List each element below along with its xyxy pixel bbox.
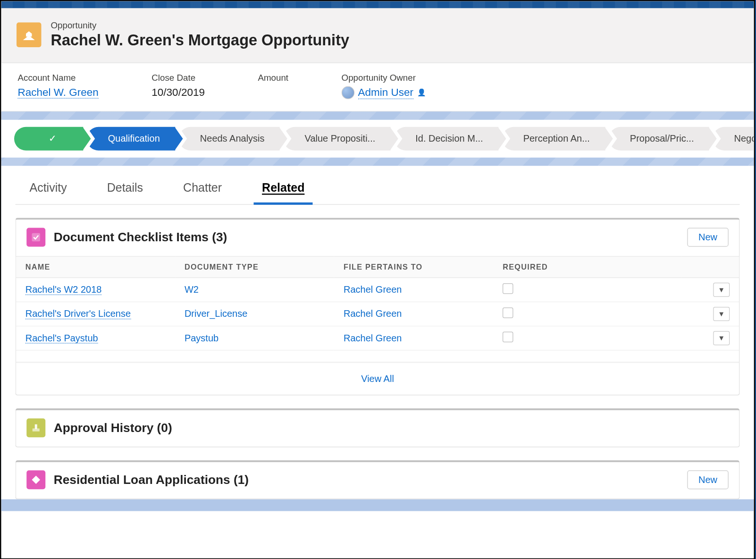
close-date-label: Close Date [151, 73, 205, 83]
sales-path: ✓ Qualification Needs Analysis Value Pro… [1, 120, 754, 158]
required-checkbox[interactable] [503, 283, 513, 294]
approval-title: Approval History (0) [54, 421, 172, 435]
document-checklist-card: Document Checklist Items (3) New NAME DO… [16, 218, 740, 395]
account-name-link[interactable]: Rachel W. Green [18, 86, 99, 99]
record-header: Opportunity Rachel W. Green's Mortgage O… [1, 8, 754, 63]
view-all-link[interactable]: View All [16, 363, 739, 395]
path-stage-id-decision[interactable]: Id. Decision M... [394, 127, 498, 151]
svg-rect-2 [35, 424, 37, 429]
row-menu-button[interactable]: ▼ [713, 331, 730, 345]
svg-rect-3 [32, 475, 40, 484]
table-row: Rachel's Driver's License Driver_License… [16, 302, 739, 326]
row-name-link[interactable]: Rachel's Paystub [25, 333, 98, 344]
path-stage-qualification[interactable]: Qualification [87, 127, 176, 151]
approval-history-card: Approval History (0) [16, 408, 740, 448]
page-title: Rachel W. Green's Mortgage Opportunity [51, 31, 350, 50]
owner-link[interactable]: Admin User [358, 86, 414, 100]
new-loan-app-button[interactable]: New [687, 470, 729, 489]
path-stage-needs-analysis[interactable]: Needs Analysis [179, 127, 280, 151]
checklist-title: Document Checklist Items (3) [54, 230, 227, 245]
path-stage-complete[interactable]: ✓ [14, 127, 83, 151]
avatar [342, 86, 355, 100]
loan-app-title: Residential Loan Applications (1) [54, 473, 249, 487]
row-name-link[interactable]: Rachel's W2 2018 [25, 285, 102, 296]
checklist-table: NAME DOCUMENT TYPE FILE PERTAINS TO REQU… [16, 256, 739, 363]
chevron-down-icon: ▼ [718, 286, 725, 294]
chevron-down-icon: ▼ [718, 334, 725, 343]
col-document-type: DOCUMENT TYPE [175, 256, 334, 278]
required-checkbox[interactable] [503, 332, 513, 343]
loan-app-icon [26, 470, 45, 489]
required-checkbox[interactable] [503, 307, 513, 318]
path-stage-negotiation[interactable]: Nego [713, 127, 754, 151]
row-type-link[interactable]: Paystub [185, 333, 218, 343]
record-tabs: Activity Details Chatter Related [16, 166, 740, 205]
path-stage-perception[interactable]: Perception An... [502, 127, 605, 151]
checklist-icon [26, 228, 45, 247]
row-pertains-link[interactable]: Rachel Green [344, 333, 402, 343]
tab-activity[interactable]: Activity [27, 178, 69, 204]
table-row: Rachel's W2 2018 W2 Rachel Green ▼ [16, 278, 739, 302]
tab-details[interactable]: Details [105, 178, 145, 204]
tab-related[interactable]: Related [260, 178, 307, 204]
path-stage-proposal[interactable]: Proposal/Pric... [609, 127, 709, 151]
svg-rect-0 [32, 233, 41, 242]
row-menu-button[interactable]: ▼ [713, 283, 730, 297]
app-topbar [1, 1, 754, 8]
new-checklist-button[interactable]: New [687, 228, 729, 247]
row-pertains-link[interactable]: Rachel Green [344, 285, 402, 295]
col-file-pertains-to: FILE PERTAINS TO [334, 256, 493, 278]
owner-label: Opportunity Owner [342, 73, 426, 83]
account-name-label: Account Name [18, 73, 99, 83]
table-row: Rachel's Paystub Paystub Rachel Green ▼ [16, 326, 739, 350]
row-name-link[interactable]: Rachel's Driver's License [25, 309, 131, 320]
highlights-panel: Account Name Rachel W. Green Close Date … [1, 63, 754, 112]
row-type-link[interactable]: W2 [185, 285, 199, 295]
close-date-value: 10/30/2019 [151, 86, 205, 99]
opportunity-icon [17, 23, 42, 48]
col-name: NAME [16, 256, 175, 278]
col-required: REQUIRED [493, 256, 681, 278]
path-stage-value-proposition[interactable]: Value Propositi... [284, 127, 391, 151]
change-owner-icon[interactable]: 👤 [417, 89, 426, 97]
check-icon: ✓ [49, 134, 56, 144]
approval-icon [26, 418, 45, 437]
tab-chatter[interactable]: Chatter [181, 178, 224, 204]
row-menu-button[interactable]: ▼ [713, 307, 730, 321]
row-type-link[interactable]: Driver_License [185, 309, 247, 319]
amount-label: Amount [258, 73, 288, 83]
loan-applications-card: Residential Loan Applications (1) New [16, 460, 740, 500]
chevron-down-icon: ▼ [718, 310, 725, 318]
row-pertains-link[interactable]: Rachel Green [344, 309, 402, 319]
object-label: Opportunity [51, 20, 350, 30]
